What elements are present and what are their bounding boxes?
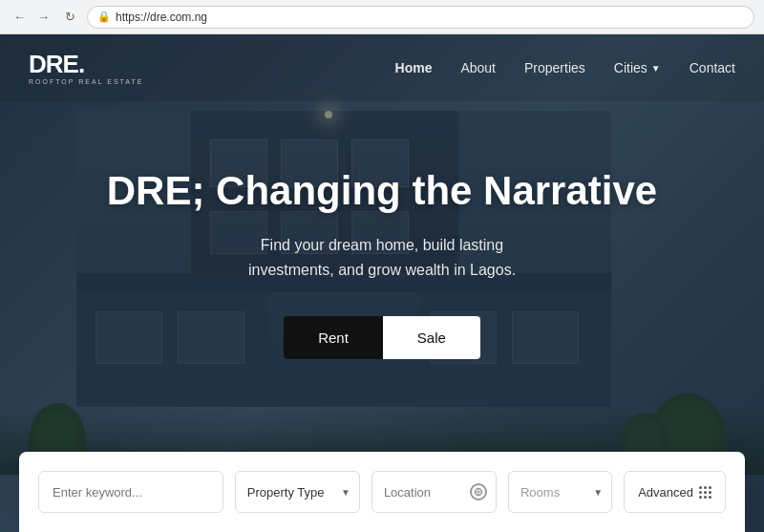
browser-chrome: ← → ↻ 🔒 https://dre.com.ng [0,0,764,34]
lock-icon: 🔒 [97,11,111,23]
nav-links: Home About Properties Cities ▼ Contact [395,60,735,75]
sale-button[interactable]: Sale [383,316,480,359]
refresh-button[interactable]: ↻ [61,8,79,26]
navbar: DRE. ROOFTOP REAL ESTATE Home About Prop… [0,34,764,101]
rooms-wrapper: Rooms 1 2 3 4 5+ ▼ [508,471,612,513]
hero-subtitle: Find your dream home, build lasting inve… [220,233,544,282]
rooms-select[interactable]: Rooms 1 2 3 4 5+ [508,471,612,513]
nav-contact[interactable]: Contact [690,60,735,75]
logo[interactable]: DRE. ROOFTOP REAL ESTATE [29,52,143,85]
property-type-wrapper: Property Type House Apartment Land Comme… [235,471,360,513]
forward-button[interactable]: → [33,8,53,26]
hero-title: DRE; Changing the Narrative [107,168,657,214]
rent-button[interactable]: Rent [284,316,383,359]
website-content: DRE. ROOFTOP REAL ESTATE Home About Prop… [0,34,764,532]
advanced-icon [699,486,711,499]
keyword-input[interactable] [38,471,223,513]
nav-properties[interactable]: Properties [524,60,585,75]
advanced-label: Advanced [638,485,693,500]
rent-sale-toggle: Rent Sale [284,316,480,359]
url-text: https://dre.com.ng [116,11,207,24]
nav-cities[interactable]: Cities ▼ [614,60,661,75]
cities-dropdown-arrow: ▼ [651,63,661,74]
logo-subtext: ROOFTOP REAL ESTATE [29,78,143,85]
advanced-button[interactable]: Advanced [624,471,726,513]
location-icon [470,483,487,500]
nav-controls[interactable]: ← → [10,8,53,26]
search-bar: Property Type House Apartment Land Comme… [19,452,745,532]
location-wrapper [371,471,497,513]
logo-text: DRE. [29,52,143,76]
property-type-select[interactable]: Property Type House Apartment Land Comme… [235,471,360,513]
nav-about[interactable]: About [460,60,496,75]
nav-home[interactable]: Home [395,60,433,75]
address-bar[interactable]: 🔒 https://dre.com.ng [87,6,754,29]
back-button[interactable]: ← [10,8,30,26]
